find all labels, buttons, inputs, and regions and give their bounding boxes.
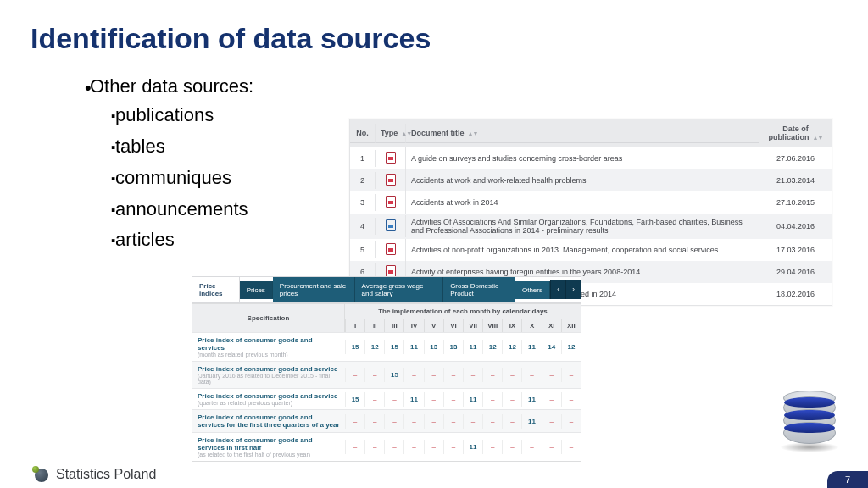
- matrix-cell: –: [561, 440, 581, 454]
- matrix-cell[interactable]: 11: [463, 440, 482, 454]
- matrix-cell[interactable]: 15: [384, 368, 403, 382]
- cell-type: [376, 239, 406, 261]
- bullet-top: Other data sources:: [85, 73, 253, 101]
- cell-type: [376, 191, 406, 214]
- bullet-item: publications: [110, 101, 253, 132]
- bullet-item: announcements: [110, 195, 253, 226]
- cell-title: Activities Of Associations And Similar O…: [406, 214, 760, 239]
- matrix-cell[interactable]: 13: [424, 340, 443, 354]
- cell-date: 27.10.2015: [760, 194, 832, 211]
- page-title: Identification of data sources: [31, 22, 431, 55]
- matrix-cell[interactable]: 11: [463, 392, 482, 407]
- cell-title: Activities of non-profit organizations i…: [406, 241, 760, 258]
- tab-wage[interactable]: Average gross wage and salary: [355, 277, 444, 302]
- footer: Statistics Poland 7: [0, 454, 868, 488]
- table-row[interactable]: 1A guide on surveys and studies concerni…: [350, 147, 832, 169]
- matrix-cell: –: [345, 414, 364, 429]
- tab-gdp[interactable]: Gross Domestic Product: [443, 277, 515, 302]
- doc-icon: [386, 219, 396, 231]
- matrix-cell[interactable]: 11: [521, 392, 541, 407]
- sort-icon[interactable]: ▲▼: [813, 135, 823, 141]
- bullet-item: tables: [110, 132, 253, 164]
- database-icon: [783, 397, 843, 452]
- matrix-cell: –: [443, 414, 463, 429]
- matrix-cell[interactable]: 12: [502, 340, 521, 354]
- month-col: V: [424, 319, 443, 332]
- matrix-cell[interactable]: 12: [364, 340, 384, 354]
- month-col: I: [345, 319, 364, 332]
- matrix-cell: –: [542, 440, 561, 454]
- matrix-cell: –: [345, 440, 364, 454]
- cell-no: 5: [350, 241, 376, 258]
- price-index-matrix: Specification The implementation of each…: [192, 303, 581, 462]
- matrix-cell[interactable]: 12: [561, 340, 581, 354]
- month-col: II: [364, 319, 384, 332]
- bullet-list: Other data sources: publications tables …: [85, 73, 253, 257]
- table-row[interactable]: 3Accidents at work in 201427.10.2015: [350, 191, 832, 214]
- table-row[interactable]: 4Activities Of Associations And Similar …: [350, 214, 832, 239]
- matrix-cell: –: [482, 368, 502, 382]
- matrix-cell: –: [424, 368, 443, 382]
- tab-prev-icon[interactable]: ‹: [550, 280, 565, 299]
- cell-no: 4: [350, 218, 376, 235]
- table-row[interactable]: 5Activities of non-profit organizations …: [350, 239, 832, 261]
- table-header-row: No. Type▲▼ Document title▲▼ Date of publ…: [350, 119, 832, 147]
- tab-others[interactable]: Others: [515, 281, 550, 299]
- matrix-cell: –: [345, 368, 364, 382]
- tab-next-icon[interactable]: ›: [565, 280, 581, 299]
- month-col: III: [384, 319, 403, 332]
- month-col: VI: [443, 319, 463, 332]
- matrix-cell: –: [443, 440, 463, 454]
- matrix-cell: –: [482, 392, 502, 407]
- matrix-row: Price index of consumer goods and servic…: [192, 361, 581, 388]
- month-col: XII: [561, 319, 581, 332]
- page-number: 7: [827, 471, 868, 488]
- cell-date: 18.02.2016: [760, 286, 832, 302]
- month-col: X: [521, 319, 541, 332]
- matrix-cell[interactable]: 11: [521, 414, 541, 429]
- col-no[interactable]: No.: [350, 124, 376, 143]
- matrix-cell: –: [403, 440, 423, 454]
- tab-procure[interactable]: Procurement and sale prices: [273, 277, 355, 302]
- matrix-cell[interactable]: 11: [403, 340, 423, 354]
- matrix-row: Price index of consumer goods and servic…: [192, 388, 581, 409]
- matrix-cell[interactable]: 12: [482, 340, 502, 354]
- tab-prices[interactable]: Prices: [240, 281, 273, 299]
- matrix-cell: –: [502, 440, 521, 454]
- pdf-icon: [386, 243, 396, 255]
- matrix-cell[interactable]: 13: [443, 340, 463, 354]
- matrix-cell: –: [502, 414, 521, 429]
- col-type[interactable]: Type▲▼: [376, 124, 406, 143]
- month-col: VII: [463, 319, 482, 332]
- tab-bar: Price indices Prices Procurement and sal…: [192, 276, 581, 303]
- cell-no: 1: [350, 150, 376, 167]
- matrix-cell[interactable]: 11: [521, 340, 541, 354]
- matrix-cell[interactable]: 14: [542, 340, 561, 354]
- matrix-cell: –: [542, 392, 561, 407]
- matrix-cell: –: [384, 392, 403, 407]
- cell-no: 3: [350, 194, 376, 211]
- sort-icon[interactable]: ▲▼: [468, 130, 478, 136]
- matrix-cell: –: [424, 392, 443, 407]
- matrix-cell: –: [463, 414, 482, 429]
- matrix-cell[interactable]: 11: [403, 392, 423, 407]
- matrix-cell[interactable]: 15: [384, 340, 403, 354]
- pdf-icon: [386, 196, 396, 208]
- col-date[interactable]: Date of publication▲▼: [760, 119, 832, 147]
- cell-type: [376, 169, 406, 191]
- matrix-cell: –: [502, 368, 521, 382]
- matrix-cell: –: [521, 440, 541, 454]
- matrix-cell[interactable]: 11: [463, 340, 482, 354]
- matrix-cell[interactable]: 15: [345, 392, 364, 407]
- cell-no: 2: [350, 172, 376, 189]
- matrix-cell: –: [364, 392, 384, 407]
- matrix-cell: –: [542, 368, 561, 382]
- matrix-cell: –: [384, 414, 403, 429]
- matrix-cell: –: [384, 440, 403, 454]
- matrix-cell: –: [424, 414, 443, 429]
- matrix-cell[interactable]: 15: [345, 340, 364, 354]
- col-title[interactable]: Document title▲▼: [406, 124, 760, 143]
- tab-group-label: Price indices: [192, 277, 240, 302]
- matrix-cell: –: [443, 392, 463, 407]
- table-row[interactable]: 2Accidents at work and work-related heal…: [350, 169, 832, 191]
